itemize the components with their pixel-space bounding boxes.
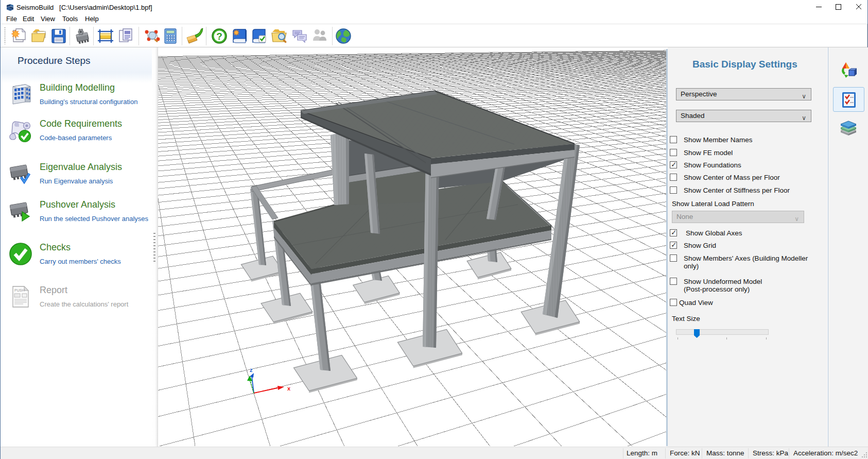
svg-text:PUSH: PUSH <box>14 288 24 292</box>
svg-text:?: ? <box>216 31 222 42</box>
svg-text:x: x <box>287 385 291 392</box>
svg-text:z: z <box>250 367 253 373</box>
